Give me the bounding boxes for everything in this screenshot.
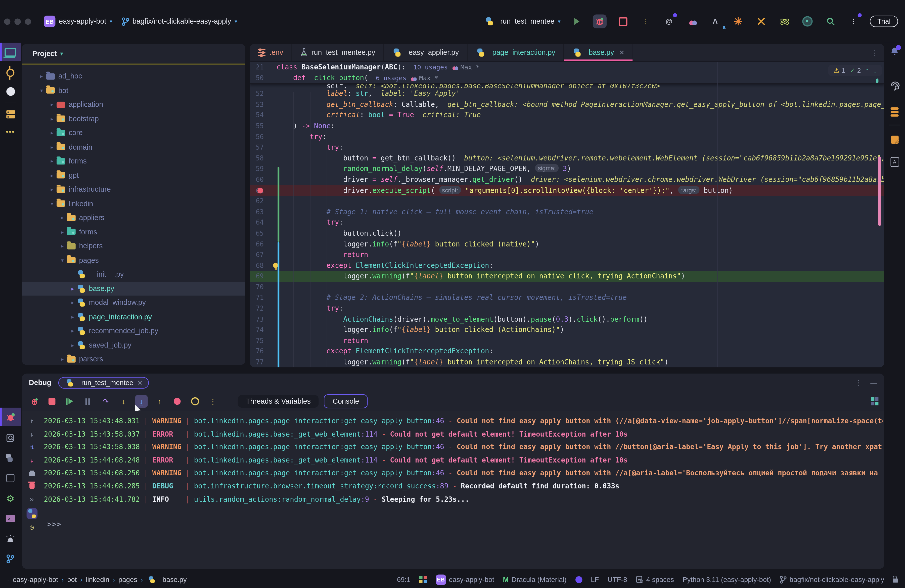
code-with-me-icon[interactable] <box>685 14 699 28</box>
inspection-widget[interactable]: ⚠ 1 ✓ 2 ↑ ↓ <box>828 65 882 76</box>
stop-debug-button[interactable] <box>46 395 58 408</box>
tree-item-pages[interactable]: ▾pages <box>22 253 245 267</box>
window-close-button[interactable] <box>4 18 10 24</box>
find-tool-icon[interactable] <box>0 429 21 447</box>
terminal-tool-icon[interactable]: >_ <box>0 509 21 528</box>
main-menu-kebab-icon[interactable]: ⋮ <box>847 14 861 28</box>
editor-tab[interactable]: .env <box>250 44 292 61</box>
tree-item-core[interactable]: ▸core <box>22 126 245 140</box>
theme-widget[interactable]: M Dracula (Material) <box>503 575 566 583</box>
tree-arrow-icon[interactable]: ▸ <box>69 300 76 305</box>
services-gear-icon[interactable]: ⚙ <box>0 489 21 507</box>
tree-arrow-icon[interactable]: ▸ <box>69 328 76 334</box>
tree-item-parsers[interactable]: ▸parsers <box>22 352 245 365</box>
tree-arrow-icon[interactable]: ▸ <box>38 73 45 79</box>
editor-tab[interactable]: easy_applier.py <box>384 44 468 61</box>
stop-button[interactable] <box>616 14 630 28</box>
more-tools-icon[interactable]: ••• <box>0 122 21 141</box>
git-branch-widget[interactable]: bagfix/not-clickable-easy-apply <box>780 575 884 583</box>
debug-session-tab[interactable]: run_test_mentee ✕ <box>58 377 149 389</box>
scroll-to-end-icon[interactable]: ⇣ <box>22 454 41 467</box>
step-over-button[interactable]: ↷ <box>99 395 112 408</box>
editor-tab[interactable]: run_test_mentee.py <box>292 44 384 61</box>
soft-wrap-icon[interactable]: ⇅ <box>22 441 41 454</box>
tab-console[interactable]: Console <box>324 394 368 408</box>
tree-item-bot[interactable]: ▾bot <box>22 84 245 98</box>
project-widget[interactable]: EB easy-apply-bot <box>435 574 494 585</box>
ai-assistant-icon[interactable]: @ <box>662 14 676 28</box>
window-layout-grid-icon[interactable] <box>419 575 427 583</box>
tab-threads-variables[interactable]: Threads & Variables <box>238 395 319 408</box>
tree-item-linkedin[interactable]: ▾linkedin <box>22 197 245 211</box>
tree-item-modal-window-py[interactable]: ▸modal_window.py <box>22 296 245 310</box>
notifications-bell-icon[interactable] <box>884 43 905 61</box>
python-console-icon[interactable] <box>0 449 21 467</box>
debug-button[interactable] <box>593 14 607 28</box>
git-tool-icon[interactable] <box>0 550 21 568</box>
debug-more-kebab-icon[interactable]: ⋮ <box>206 395 219 408</box>
down-stack-icon[interactable]: ↓ <box>22 427 41 441</box>
tree-item-helpers[interactable]: ▸helpers <box>22 239 245 253</box>
window-zoom-button[interactable] <box>25 18 31 24</box>
resume-button[interactable] <box>64 395 76 408</box>
project-tool-icon[interactable] <box>0 43 21 61</box>
color-scheme-dot-icon[interactable] <box>575 576 582 583</box>
layout-settings-icon[interactable] <box>870 397 878 405</box>
project-selector[interactable]: EB easy-apply-bot ▾ <box>44 16 112 27</box>
breadcrumb[interactable]: easy-apply-bot›bot›linkedin›pages›base.p… <box>13 575 187 583</box>
breadcrumb-item[interactable]: bot <box>67 575 77 583</box>
tree-item--init-py[interactable]: __init__.py <box>22 267 245 281</box>
tree-arrow-icon[interactable]: ▸ <box>69 286 76 291</box>
python-packages-icon[interactable] <box>0 469 21 487</box>
indent-widget[interactable]: 4 spaces <box>636 575 674 583</box>
tree-arrow-icon[interactable]: ▸ <box>59 215 66 221</box>
breadcrumb-item[interactable]: linkedin <box>86 575 110 583</box>
unlock-icon[interactable] <box>893 578 898 582</box>
close-icon[interactable]: ✕ <box>619 49 624 56</box>
todo-checklist-icon[interactable] <box>884 130 905 149</box>
pause-button[interactable] <box>81 395 94 408</box>
console-prompt[interactable]: >>> <box>47 520 62 528</box>
inspections-plugin-icon[interactable] <box>801 14 814 28</box>
step-into-my-code-button[interactable]: ↓ <box>135 395 148 408</box>
breadcrumb-item[interactable]: pages <box>118 575 137 583</box>
tree-arrow-icon[interactable]: ▸ <box>49 116 56 122</box>
debug-console[interactable]: ↑ ↓ ⇅ ⇣ » ◷ 2026-03-13 15:43:48.031 | WA… <box>22 411 884 569</box>
tree-item-bootstrap[interactable]: ▸bootstrap <box>22 112 245 126</box>
tree-item-base-py[interactable]: ▸base.py <box>22 281 245 296</box>
minimize-panel-icon[interactable]: — <box>870 379 877 387</box>
branch-selector[interactable]: bagfix/not-clickable-easy-apply ▾ <box>121 17 237 25</box>
tree-arrow-icon[interactable]: ▾ <box>38 87 45 93</box>
tree-item-ad-hoc[interactable]: ▸ad_hoc <box>22 70 245 84</box>
tree-item-application[interactable]: ▸application <box>22 98 245 112</box>
tree-arrow-icon[interactable]: ▸ <box>49 159 56 164</box>
breadcrumb-item[interactable]: easy-apply-bot <box>13 575 58 583</box>
project-panel-header[interactable]: Project ▾ <box>22 44 245 61</box>
clear-console-icon[interactable] <box>22 480 41 493</box>
tree-item-saved-job-py[interactable]: ▸saved_job.py <box>22 338 245 352</box>
step-out-button[interactable]: ↑ <box>153 395 166 408</box>
documentation-book-icon[interactable]: A <box>884 153 905 171</box>
tree-arrow-icon[interactable]: ▸ <box>49 144 56 150</box>
code-editor[interactable]: 21class BaseSeleniumManager(ABC): 10 usa… <box>250 62 884 367</box>
tab-list-kebab-icon[interactable]: ⋮ <box>871 48 884 57</box>
debug-tool-icon[interactable] <box>0 408 21 426</box>
tree-item-appliers[interactable]: ▸appliers <box>22 211 245 225</box>
window-minimize-button[interactable] <box>14 18 21 24</box>
tree-arrow-icon[interactable]: ▸ <box>59 243 66 249</box>
rainbow-brackets-plugin-icon[interactable] <box>731 14 745 28</box>
tree-item-recommended-job-py[interactable]: ▸recommended_job.py <box>22 324 245 338</box>
tree-arrow-icon[interactable]: ▸ <box>49 102 56 108</box>
structure-tool-icon[interactable] <box>0 105 21 124</box>
encoding-widget[interactable]: UTF-8 <box>608 575 627 583</box>
run-more-actions-button[interactable]: ⋮ <box>639 14 653 28</box>
tree-arrow-icon[interactable]: ▸ <box>69 314 76 319</box>
tree-item-gpt[interactable]: ▸gpt <box>22 168 245 182</box>
next-problem-arrow[interactable]: ↓ <box>873 67 876 74</box>
trial-badge[interactable]: Trial <box>870 16 898 27</box>
translate-plugin-icon[interactable]: Aa <box>708 14 722 28</box>
tree-item-infrastructure[interactable]: ▸infrastructure <box>22 183 245 197</box>
run-config-selector[interactable]: run_test_mentee ▾ <box>484 17 560 25</box>
mute-breakpoints-button[interactable] <box>171 395 184 408</box>
tree-item-page-interaction-py[interactable]: ▸page_interaction.py <box>22 310 245 324</box>
